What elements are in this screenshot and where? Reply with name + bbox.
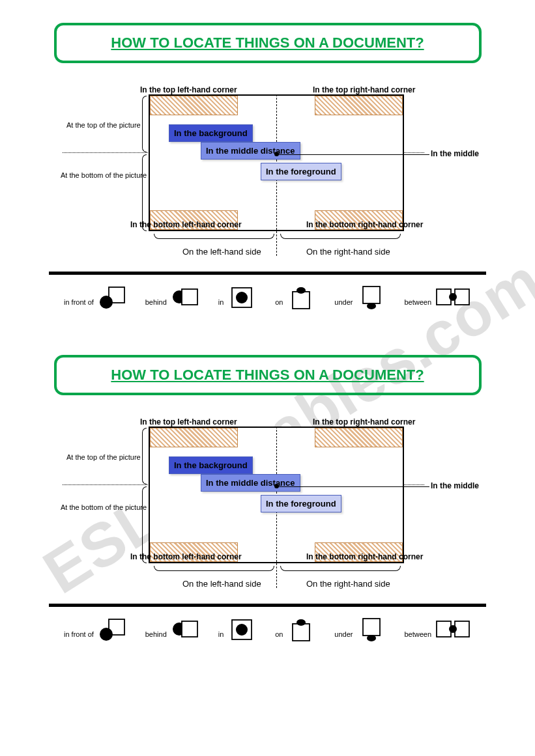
title-box: HOW TO LOCATE THINGS ON A DOCUMENT? xyxy=(54,23,482,63)
label-top-half: At the top of the picture xyxy=(66,453,141,461)
behind-icon xyxy=(170,617,201,642)
background-box: In the background xyxy=(169,124,253,142)
label-bottom-right: In the bottom right-hand corner xyxy=(306,220,423,229)
svg-point-14 xyxy=(100,628,113,641)
top-left-region xyxy=(150,96,238,115)
under-icon xyxy=(356,285,388,310)
label-middle: In the middle xyxy=(431,481,479,490)
brace-right-side xyxy=(280,234,401,239)
location-diagram: In the top left-hand corner In the top r… xyxy=(0,408,535,604)
background-box: In the background xyxy=(169,456,253,474)
label-right-side: On the right-hand side xyxy=(306,579,390,589)
brace-top-half xyxy=(142,428,147,484)
center-leader-line xyxy=(276,154,429,155)
label-bottom-half: At the bottom of the picture xyxy=(61,171,147,179)
svg-point-25 xyxy=(449,625,457,633)
separator-bar xyxy=(49,604,486,607)
label-right-side: On the right-hand side xyxy=(306,247,390,257)
svg-point-12 xyxy=(449,293,457,301)
prep-in: in xyxy=(218,617,259,642)
label-bottom-right: In the bottom right-hand corner xyxy=(306,552,423,561)
brace-right-side xyxy=(280,566,401,571)
middle-distance-box: In the middle distance xyxy=(201,142,300,160)
page-title: HOW TO LOCATE THINGS ON A DOCUMENT? xyxy=(111,367,424,383)
label-bottom-left: In the bottom left-hand corner xyxy=(130,220,242,229)
svg-point-20 xyxy=(296,619,306,626)
page-title: HOW TO LOCATE THINGS ON A DOCUMENT? xyxy=(111,35,424,51)
behind-icon xyxy=(170,285,201,310)
label-left-side: On the left-hand side xyxy=(182,247,261,257)
svg-rect-6 xyxy=(293,292,310,309)
title-box: HOW TO LOCATE THINGS ON A DOCUMENT? xyxy=(54,355,482,395)
svg-point-5 xyxy=(236,292,248,303)
svg-rect-21 xyxy=(363,619,380,636)
on-icon xyxy=(286,617,317,642)
svg-rect-3 xyxy=(182,289,197,305)
label-left-side: On the left-hand side xyxy=(182,579,261,589)
separator-bar xyxy=(49,272,486,275)
label-top-half: At the top of the picture xyxy=(66,121,141,129)
prep-on: on xyxy=(275,617,317,642)
in-icon xyxy=(227,285,258,310)
label-top-left: In the top left-hand corner xyxy=(140,85,237,94)
in-front-of-icon xyxy=(97,617,128,642)
label-bottom-left: In the bottom left-hand corner xyxy=(130,552,242,561)
prep-under: under xyxy=(334,285,387,310)
prep-in: in xyxy=(218,285,259,310)
svg-point-22 xyxy=(367,635,376,641)
brace-left-side xyxy=(154,234,274,239)
foreground-box: In the foreground xyxy=(261,163,341,180)
prep-between: between xyxy=(404,617,471,642)
foreground-box: In the foreground xyxy=(261,495,341,512)
under-icon xyxy=(356,617,388,642)
svg-rect-10 xyxy=(437,289,451,305)
label-bottom-half: At the bottom of the picture xyxy=(61,503,147,511)
svg-point-1 xyxy=(100,296,113,309)
svg-rect-24 xyxy=(455,621,469,637)
prep-between: between xyxy=(404,285,471,310)
section-1: HOW TO LOCATE THINGS ON A DOCUMENT? In t… xyxy=(0,0,535,332)
prep-on: on xyxy=(275,285,317,310)
label-top-right: In the top right-hand corner xyxy=(313,85,415,94)
svg-point-9 xyxy=(367,303,376,309)
svg-rect-19 xyxy=(293,624,310,641)
prep-in-front-of: in front of xyxy=(64,285,128,310)
middle-distance-box: In the middle distance xyxy=(201,474,300,492)
location-diagram: In the top left-hand corner In the top r… xyxy=(0,76,535,272)
center-leader-line xyxy=(276,486,429,487)
prep-under: under xyxy=(334,617,387,642)
svg-point-7 xyxy=(296,287,306,294)
preposition-row: in front of behind in on xyxy=(0,281,535,332)
svg-point-18 xyxy=(236,624,248,636)
label-middle: In the middle xyxy=(431,149,479,158)
prep-behind: behind xyxy=(145,617,201,642)
between-icon xyxy=(435,285,471,310)
brace-left-side xyxy=(154,566,274,571)
brace-top-half xyxy=(142,96,147,152)
section-2: HOW TO LOCATE THINGS ON A DOCUMENT? In t… xyxy=(0,332,535,664)
preposition-row: in front of behind in on xyxy=(0,613,535,664)
prep-in-front-of: in front of xyxy=(64,617,128,642)
prep-behind: behind xyxy=(145,285,201,310)
svg-rect-16 xyxy=(182,621,197,637)
on-icon xyxy=(286,285,317,310)
label-top-right: In the top right-hand corner xyxy=(313,417,415,427)
svg-rect-8 xyxy=(363,287,380,303)
svg-rect-23 xyxy=(437,621,451,637)
top-right-region xyxy=(315,96,403,115)
label-top-left: In the top left-hand corner xyxy=(140,417,237,427)
svg-rect-11 xyxy=(455,289,469,305)
top-right-region xyxy=(315,428,403,447)
top-left-region xyxy=(150,428,238,447)
in-icon xyxy=(227,617,258,642)
in-front-of-icon xyxy=(97,285,128,310)
between-icon xyxy=(435,617,471,642)
